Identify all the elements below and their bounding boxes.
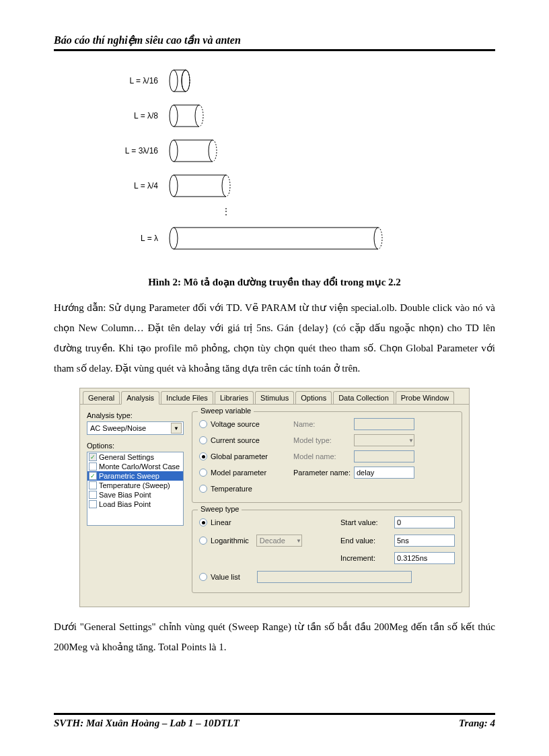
- cylinder-3: [170, 175, 230, 197]
- increment-label: Increment:: [340, 554, 394, 562]
- cylinder-1: [170, 105, 203, 127]
- ellipsis-dots: ⋮: [222, 207, 230, 216]
- header-title: Báo cáo thí nghiệm siêu cao tần và anten: [54, 34, 241, 46]
- tab-libraries[interactable]: Libraries: [215, 391, 254, 404]
- radio-global-parameter[interactable]: Global parameter: [199, 452, 293, 460]
- radio-model-parameter[interactable]: Model parameter: [199, 469, 293, 477]
- sweep-type-legend: Sweep type: [198, 505, 242, 513]
- check-icon: [89, 500, 97, 508]
- figure-caption: Hình 2: Mô tả đoạn đường truyền thay đổi…: [54, 276, 495, 288]
- param-name-label: Parameter name:: [293, 469, 354, 477]
- radio-temperature[interactable]: Temperature: [199, 485, 293, 493]
- end-label: End value:: [340, 537, 394, 545]
- analysis-dialog: General Analysis Include Files Libraries…: [79, 388, 470, 607]
- param-name-input[interactable]: [354, 467, 414, 479]
- tab-data-collection[interactable]: Data Collection: [333, 391, 394, 404]
- option-parametric-sweep[interactable]: ✓ Parametric Sweep: [87, 471, 183, 481]
- svg-point-0: [170, 70, 178, 92]
- option-temperature-sweep[interactable]: Temperature (Sweep): [87, 481, 183, 490]
- cylinder-0: [170, 70, 190, 92]
- radio-value-list[interactable]: Value list: [199, 571, 455, 583]
- footer-left: SVTH: Mai Xuân Hoàng – Lab 1 – 10DTLT: [54, 718, 240, 729]
- name-input: [354, 418, 414, 430]
- model-name-input: [354, 450, 414, 462]
- paragraph-2: Dưới "General Settings" chỉnh vùng quét …: [54, 617, 495, 657]
- option-save-bias[interactable]: Save Bias Point: [87, 490, 183, 500]
- chevron-down-icon: ▼: [171, 423, 182, 434]
- start-value-input[interactable]: [394, 516, 455, 528]
- svg-point-7: [170, 140, 178, 162]
- name-label: Name:: [293, 420, 354, 428]
- radio-current-source[interactable]: Current source: [199, 436, 293, 444]
- paragraph-1: Hướng dẫn: Sử dụng Parameter đối với TD.…: [54, 298, 495, 378]
- sweep-type-fieldset: Sweep type Linear Start value: Logarithm…: [192, 510, 462, 593]
- model-name-label: Model name:: [293, 452, 354, 460]
- tab-probe-window[interactable]: Probe Window: [396, 391, 455, 404]
- cyl-label-3: L = λ/4: [134, 181, 158, 191]
- page-footer: SVTH: Mai Xuân Hoàng – Lab 1 – 10DTLT Tr…: [54, 713, 495, 729]
- model-type-combo: ▼: [354, 434, 414, 446]
- end-value-input[interactable]: [394, 535, 455, 547]
- page-header: Báo cáo thí nghiệm siêu cao tần và anten: [54, 34, 495, 51]
- check-icon: [89, 491, 97, 499]
- cylinder-diagram: L = λ/16 L = λ/8 L = 3λ/16 L =: [54, 67, 495, 269]
- radio-logarithmic[interactable]: Logarithmic Decade▼: [199, 535, 340, 547]
- radio-voltage-source[interactable]: Voltage source: [199, 420, 293, 428]
- svg-point-13: [170, 228, 178, 249]
- log-scale-combo: Decade▼: [256, 535, 302, 547]
- sweep-variable-fieldset: Sweep variable Voltage source Name: Curr…: [192, 411, 462, 503]
- check-icon: [89, 462, 97, 471]
- option-general-settings[interactable]: ✓ General Settings: [87, 452, 183, 462]
- model-type-label: Model type:: [293, 436, 354, 444]
- options-label: Options:: [87, 442, 184, 450]
- sweep-variable-legend: Sweep variable: [198, 407, 254, 415]
- analysis-type-value: AC Sweep/Noise: [90, 424, 146, 432]
- svg-point-4: [170, 105, 178, 127]
- tab-general[interactable]: General: [83, 391, 120, 404]
- options-listbox[interactable]: ✓ General Settings Monte Carlo/Worst Cas…: [87, 452, 184, 526]
- check-icon: [89, 481, 97, 489]
- tab-options[interactable]: Options: [295, 391, 332, 404]
- tab-stimulus[interactable]: Stimulus: [255, 391, 294, 404]
- cylinder-2: [170, 140, 217, 162]
- radio-linear[interactable]: Linear: [199, 518, 340, 526]
- start-label: Start value:: [340, 518, 394, 526]
- cyl-label-1: L = λ/8: [134, 111, 158, 121]
- svg-point-10: [170, 175, 178, 197]
- option-monte-carlo[interactable]: Monte Carlo/Worst Case: [87, 462, 183, 471]
- check-icon: ✓: [89, 453, 97, 461]
- check-icon: ✓: [89, 472, 97, 480]
- option-load-bias[interactable]: Load Bias Point: [87, 500, 183, 509]
- cyl-label-4: L = λ: [141, 234, 158, 243]
- cyl-label-2: L = 3λ/16: [125, 146, 159, 156]
- cylinder-4: [170, 228, 382, 249]
- analysis-type-label: Analysis type:: [87, 411, 184, 419]
- cyl-label-0: L = λ/16: [129, 76, 158, 85]
- tab-analysis[interactable]: Analysis: [121, 391, 159, 405]
- analysis-type-combo[interactable]: AC Sweep/Noise ▼: [87, 421, 184, 435]
- footer-right: Trang: 4: [459, 718, 495, 729]
- value-list-input: [257, 571, 412, 583]
- increment-input[interactable]: [394, 552, 455, 564]
- tab-include-files[interactable]: Include Files: [161, 391, 213, 404]
- dialog-tabs: General Analysis Include Files Libraries…: [80, 388, 469, 405]
